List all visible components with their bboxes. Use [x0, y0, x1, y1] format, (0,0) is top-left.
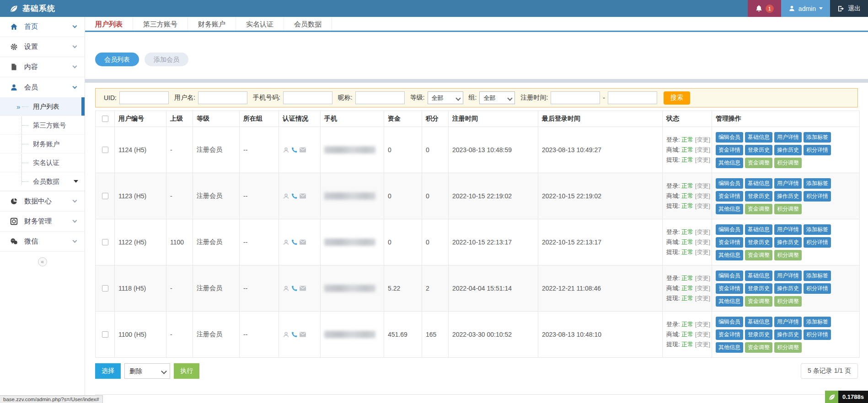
- status-change-link[interactable]: [变更]: [695, 341, 710, 348]
- status-change-link[interactable]: [变更]: [695, 285, 710, 292]
- sidebar-item-member-data[interactable]: 会员数据: [0, 172, 85, 191]
- row-action-button[interactable]: 编辑会员: [716, 132, 743, 143]
- row-action-button[interactable]: 基础信息: [745, 224, 772, 235]
- row-action-button[interactable]: 编辑会员: [716, 178, 743, 189]
- row-action-button[interactable]: 操作历史: [774, 145, 802, 155]
- sidebar-item-data-center[interactable]: 数据中心: [0, 191, 85, 212]
- row-action-button[interactable]: 积分详情: [804, 283, 831, 294]
- sidebar-item-finance-accounts[interactable]: 财务账户: [0, 135, 85, 154]
- row-action-button[interactable]: 用户详情: [774, 132, 802, 143]
- row-action-button[interactable]: 资金调整: [745, 250, 772, 260]
- row-action-button[interactable]: 登录历史: [745, 191, 772, 202]
- row-action-button[interactable]: 其他信息: [716, 250, 743, 260]
- row-action-button[interactable]: 基础信息: [745, 270, 772, 281]
- row-action-button[interactable]: 添加标签: [804, 132, 831, 143]
- status-change-link[interactable]: [变更]: [695, 182, 710, 189]
- uid-input[interactable]: [119, 91, 169, 104]
- status-change-link[interactable]: [变更]: [695, 321, 710, 328]
- row-checkbox[interactable]: [102, 285, 108, 292]
- regtime-start-input[interactable]: [551, 91, 600, 104]
- level-select[interactable]: 全部: [428, 91, 463, 104]
- sidebar-collapse-button[interactable]: «: [38, 257, 47, 266]
- row-action-button[interactable]: 积分调整: [774, 250, 802, 260]
- row-action-button[interactable]: 添加标签: [804, 178, 831, 189]
- status-change-link[interactable]: [变更]: [695, 275, 710, 281]
- pill-1[interactable]: 添加会员: [145, 53, 188, 66]
- execute-button[interactable]: 执行: [174, 363, 199, 379]
- notifications-button[interactable]: 1: [748, 0, 781, 17]
- row-action-button[interactable]: 操作历史: [774, 283, 802, 294]
- row-action-button[interactable]: 资金调整: [745, 296, 772, 307]
- row-action-button[interactable]: 积分详情: [804, 329, 831, 340]
- row-action-button[interactable]: 积分详情: [804, 145, 831, 155]
- row-action-button[interactable]: 资金详情: [716, 283, 743, 294]
- row-action-button[interactable]: 基础信息: [745, 178, 772, 189]
- row-action-button[interactable]: 其他信息: [716, 296, 743, 307]
- row-checkbox[interactable]: [102, 193, 108, 199]
- row-action-button[interactable]: 积分详情: [804, 191, 831, 202]
- row-action-button[interactable]: 编辑会员: [716, 270, 743, 281]
- row-action-button[interactable]: 基础信息: [745, 317, 772, 327]
- status-change-link[interactable]: [变更]: [695, 156, 710, 163]
- status-change-link[interactable]: [变更]: [695, 202, 710, 209]
- group-select[interactable]: 全部: [479, 91, 515, 104]
- tab-0[interactable]: 用户列表: [85, 17, 133, 31]
- search-button[interactable]: 搜索: [664, 91, 690, 105]
- row-action-button[interactable]: 登录历史: [745, 237, 772, 248]
- sidebar-item-user-list[interactable]: » 用户列表: [0, 97, 85, 116]
- regtime-end-input[interactable]: [608, 91, 657, 104]
- row-action-button[interactable]: 操作历史: [774, 329, 802, 340]
- status-change-link[interactable]: [变更]: [695, 295, 710, 302]
- pill-0[interactable]: 会员列表: [95, 53, 139, 66]
- mobile-input[interactable]: [283, 91, 332, 104]
- row-checkbox[interactable]: [102, 239, 108, 245]
- status-change-link[interactable]: [变更]: [695, 136, 710, 143]
- sidebar-item-finance-management[interactable]: 财务管理: [0, 212, 85, 232]
- row-action-button[interactable]: 登录历史: [745, 329, 772, 340]
- row-action-button[interactable]: 资金详情: [716, 145, 743, 155]
- username-input[interactable]: [198, 91, 247, 104]
- row-action-button[interactable]: 资金详情: [716, 329, 743, 340]
- sidebar-item-members[interactable]: 会员: [0, 77, 85, 97]
- tab-3[interactable]: 实名认证: [236, 17, 284, 31]
- row-action-button[interactable]: 用户详情: [774, 317, 802, 327]
- row-action-button[interactable]: 添加标签: [804, 270, 831, 281]
- status-change-link[interactable]: [变更]: [695, 249, 710, 255]
- row-action-button[interactable]: 编辑会员: [716, 224, 743, 235]
- row-action-button[interactable]: 操作历史: [774, 191, 802, 202]
- status-change-link[interactable]: [变更]: [695, 239, 710, 245]
- row-action-button[interactable]: 其他信息: [716, 342, 743, 353]
- row-action-button[interactable]: 添加标签: [804, 317, 831, 327]
- row-action-button[interactable]: 用户详情: [774, 270, 802, 281]
- status-change-link[interactable]: [变更]: [695, 146, 710, 153]
- tab-4[interactable]: 会员数据: [284, 17, 332, 31]
- sidebar-item-content[interactable]: 内容: [0, 57, 85, 77]
- row-action-button[interactable]: 基础信息: [745, 132, 772, 143]
- tab-1[interactable]: 第三方账号: [133, 17, 188, 31]
- row-action-button[interactable]: 其他信息: [716, 204, 743, 214]
- status-change-link[interactable]: [变更]: [695, 228, 710, 235]
- row-checkbox[interactable]: [102, 147, 108, 153]
- select-button[interactable]: 选择: [95, 363, 121, 379]
- sidebar-item-settings[interactable]: 设置: [0, 37, 85, 57]
- sidebar-item-realname-verify[interactable]: 实名认证: [0, 154, 85, 172]
- row-action-button[interactable]: 登录历史: [745, 283, 772, 294]
- row-action-button[interactable]: 资金详情: [716, 191, 743, 202]
- row-action-button[interactable]: 积分调整: [774, 342, 802, 353]
- row-action-button[interactable]: 添加标签: [804, 224, 831, 235]
- status-change-link[interactable]: [变更]: [695, 331, 710, 338]
- row-action-button[interactable]: 登录历史: [745, 145, 772, 155]
- select-all-checkbox[interactable]: [102, 116, 108, 122]
- row-action-button[interactable]: 积分调整: [774, 204, 802, 214]
- nickname-input[interactable]: [355, 91, 405, 104]
- sidebar-item-home[interactable]: 首页: [0, 17, 85, 37]
- row-action-button[interactable]: 积分详情: [804, 237, 831, 248]
- row-action-button[interactable]: 用户详情: [774, 224, 802, 235]
- logout-button[interactable]: 退出: [830, 0, 868, 17]
- row-action-button[interactable]: 其他信息: [716, 158, 743, 168]
- row-action-button[interactable]: 资金调整: [745, 204, 772, 214]
- row-action-button[interactable]: 资金调整: [745, 158, 772, 168]
- sidebar-item-wechat[interactable]: 微信: [0, 232, 85, 252]
- row-action-button[interactable]: 资金调整: [745, 342, 772, 353]
- row-checkbox[interactable]: [102, 331, 108, 338]
